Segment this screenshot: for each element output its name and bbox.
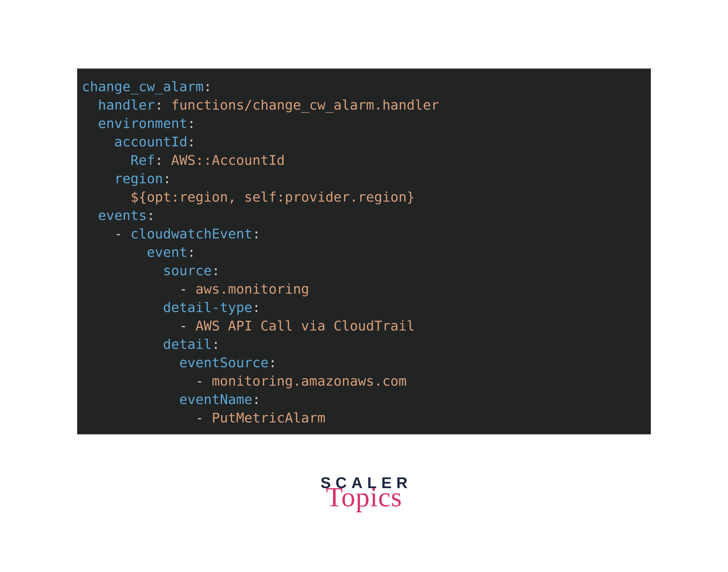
code-key: region <box>114 171 163 187</box>
code-value: AWS::AccountId <box>171 152 285 168</box>
code-key: cloudwatchEvent <box>131 226 253 241</box>
code-value: functions/change_cw_alarm.handler <box>171 97 439 113</box>
code-key: eventSource <box>179 355 268 370</box>
code-key: eventName <box>179 391 252 407</box>
code-value: ${opt:region, self:provider.region} <box>131 189 415 205</box>
code-value: monitoring.amazonaws.com <box>212 373 407 389</box>
yaml-code-block: change_cw_alarm: handler: functions/chan… <box>82 77 651 427</box>
code-key: detail <box>163 336 212 352</box>
code-editor-panel: change_cw_alarm: handler: functions/chan… <box>77 68 651 434</box>
list-dash: - <box>196 373 212 389</box>
code-key: detail-type <box>163 300 252 315</box>
code-value: AWS API Call via CloudTrail <box>196 318 415 334</box>
code-key: change_cw_alarm <box>82 79 204 94</box>
code-value: aws.monitoring <box>196 281 309 297</box>
code-key: events <box>98 208 147 223</box>
code-key: environment <box>98 116 187 131</box>
code-key: accountId <box>114 134 187 150</box>
list-dash: - <box>114 226 131 241</box>
code-key: handler <box>98 97 155 113</box>
code-key: source <box>163 263 212 278</box>
brand-logo: SCALER Topics <box>300 474 428 511</box>
list-dash: - <box>196 410 212 426</box>
code-key: Ref <box>131 152 155 168</box>
list-dash: - <box>179 281 196 297</box>
code-value: PutMetricAlarm <box>212 410 325 426</box>
code-key: event <box>147 244 187 260</box>
list-dash: - <box>179 318 196 334</box>
